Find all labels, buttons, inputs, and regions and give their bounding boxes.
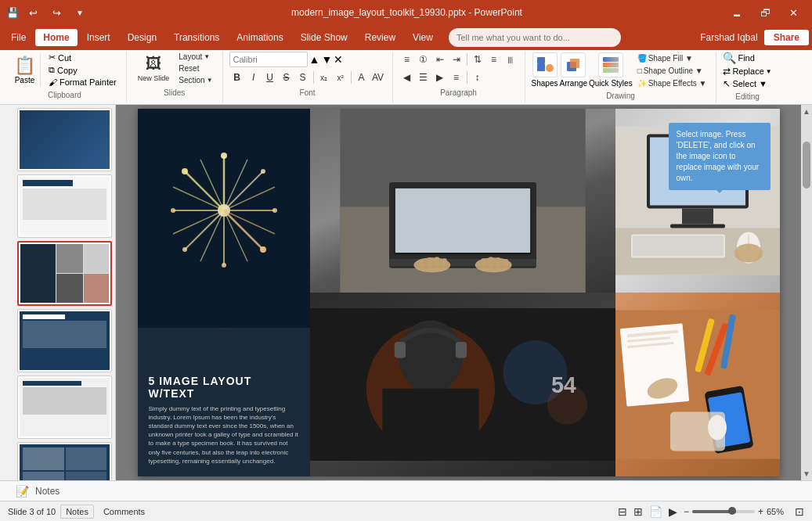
shapes-palette[interactable] — [532, 52, 558, 77]
italic-button[interactable]: I — [246, 70, 262, 85]
shape-outline-button[interactable]: □ Shape Outline ▼ — [634, 66, 710, 76]
menu-animations[interactable]: Animations — [229, 29, 291, 46]
find-label[interactable]: Find — [738, 53, 754, 63]
svg-rect-40 — [420, 259, 424, 268]
restore-button[interactable]: 🗗 — [752, 0, 778, 25]
bullet-list-button[interactable]: ≡ — [399, 52, 415, 67]
img-cell-bot-right[interactable] — [615, 293, 780, 476]
customize-button[interactable]: ▼ — [70, 3, 89, 22]
slide-canvas[interactable]: Select image. Press 'DELETE', and click … — [138, 109, 780, 476]
menu-home[interactable]: Home — [35, 29, 77, 46]
text-align-button[interactable]: ≡ — [486, 52, 502, 67]
scroll-down-button[interactable]: ▼ — [800, 467, 812, 480]
quick-styles-palette[interactable] — [598, 52, 623, 77]
menu-view[interactable]: View — [405, 29, 441, 46]
increase-indent-button[interactable]: ⇥ — [449, 52, 464, 67]
select-label[interactable]: Select ▼ — [732, 79, 767, 88]
number-list-button[interactable]: ① — [416, 52, 431, 67]
comments-button[interactable]: Comments — [99, 505, 150, 518]
shape-outline-label: Shape Outline ▼ — [644, 66, 703, 75]
minimize-button[interactable]: 🗕 — [724, 0, 749, 25]
slide-thumb-2[interactable] — [17, 174, 112, 238]
section-button[interactable]: Section ▼ — [175, 75, 215, 85]
reading-view-icon[interactable]: 📄 — [649, 505, 662, 518]
undo-button[interactable]: ↩ — [23, 3, 42, 22]
strikethrough-button[interactable]: S — [279, 70, 294, 85]
menu-slideshow[interactable]: Slide Show — [293, 29, 355, 46]
zoom-slider[interactable] — [692, 510, 755, 513]
line-spacing-button[interactable]: ↕ — [470, 70, 485, 85]
menu-review[interactable]: Review — [357, 29, 403, 46]
normal-view-icon[interactable]: ⊟ — [618, 505, 627, 518]
slide-thumb-4[interactable] — [17, 309, 112, 372]
clear-format-icon[interactable]: ✕ — [334, 53, 343, 66]
notes-button[interactable]: Notes — [60, 505, 94, 519]
superscript-button[interactable]: x² — [333, 70, 348, 85]
zoom-out-button[interactable]: − — [684, 506, 689, 517]
font-size-dec[interactable]: ▼ — [321, 53, 332, 66]
slide-preview-6 — [20, 444, 110, 480]
save-icon[interactable]: 💾 — [6, 6, 19, 19]
firework-image[interactable] — [138, 109, 310, 365]
img-cell-top-mid[interactable] — [310, 109, 615, 293]
menu-insert[interactable]: Insert — [79, 29, 118, 46]
new-slide-button[interactable]: 🖼 New Slide — [133, 52, 175, 85]
ribbon-clipboard-group: 📋 Paste ✂ Cut ⧉ Copy 🖌 Format Painter — [3, 52, 127, 102]
font-top: ▲ ▼ ✕ B I U S S x₂ x² A AV — [229, 52, 386, 87]
align-center-button[interactable]: ☰ — [416, 70, 431, 85]
replace-caret[interactable]: ▼ — [766, 68, 772, 75]
replace-label[interactable]: Replace — [732, 66, 763, 76]
slide-thumb-1[interactable] — [17, 108, 112, 171]
bold-button[interactable]: B — [229, 70, 245, 85]
underline-button[interactable]: U — [262, 70, 278, 85]
img-cell-left[interactable]: 5 IMAGE LAYOUT W/TEXT Simply dummy text … — [138, 109, 310, 476]
slide-thumb-3[interactable] — [17, 241, 112, 306]
search-input[interactable] — [449, 28, 621, 47]
zoom-in-button[interactable]: + — [758, 506, 763, 517]
scroll-thumb[interactable] — [803, 142, 810, 189]
fit-page-icon[interactable]: ⊡ — [795, 505, 804, 518]
notes-label[interactable]: Notes — [35, 486, 60, 497]
shapes-label[interactable]: Shapes — [532, 79, 558, 88]
redo-button[interactable]: ↪ — [47, 3, 66, 22]
quick-styles-label[interactable]: Quick Styles — [589, 79, 633, 88]
layout-button[interactable]: Layout ▼ — [175, 52, 215, 62]
text-direction-button[interactable]: ⇅ — [470, 52, 485, 67]
shape-fill-button[interactable]: 🪣 Shape Fill ▼ — [634, 53, 710, 63]
align-left-button[interactable]: ◀ — [399, 70, 415, 85]
img-cell-bot-mid[interactable]: 54 — [310, 293, 615, 476]
subscript-button[interactable]: x₂ — [316, 70, 332, 85]
font-color-button[interactable]: A — [354, 70, 370, 85]
slide-sorter-icon[interactable]: ⊞ — [633, 505, 643, 518]
shape-effects-label: Shape Effects ▼ — [648, 79, 707, 88]
cut-button[interactable]: ✂ Cut — [45, 52, 120, 63]
menu-design[interactable]: Design — [120, 29, 164, 46]
decrease-indent-button[interactable]: ⇤ — [432, 52, 448, 67]
menu-transitions[interactable]: Transitions — [166, 29, 227, 46]
format-painter-button[interactable]: 🖌 Format Painter — [45, 77, 120, 88]
shadow-button[interactable]: S — [295, 70, 311, 85]
vertical-scrollbar[interactable]: ▲ ▼ — [801, 105, 812, 480]
justify-button[interactable]: ≡ — [449, 70, 464, 85]
menu-file[interactable]: File — [3, 29, 34, 46]
align-right-button[interactable]: ▶ — [432, 70, 448, 85]
slide-thumb-5[interactable] — [17, 375, 112, 439]
paste-button[interactable]: 📋 Paste — [9, 54, 41, 86]
close-button[interactable]: ✕ — [781, 0, 806, 25]
share-button[interactable]: Share — [764, 30, 809, 45]
slide-thumb-6[interactable] — [17, 442, 112, 480]
columns-button[interactable]: ⫼ — [503, 52, 518, 67]
slide-editor[interactable]: Select image. Press 'DELETE', and click … — [116, 105, 801, 480]
font-name-input[interactable] — [229, 52, 308, 67]
reset-button[interactable]: Reset — [175, 63, 215, 74]
person-svg: 54 — [310, 293, 615, 476]
shape-effects-button[interactable]: ✨ Shape Effects ▼ — [634, 78, 710, 88]
slide-body: Simply dummy text of the printing and ty… — [149, 404, 299, 465]
copy-button[interactable]: ⧉ Copy — [45, 64, 120, 76]
slideshow-icon[interactable]: ▶ — [669, 505, 677, 518]
arrange-label[interactable]: Arrange — [559, 79, 587, 88]
scroll-up-button[interactable]: ▲ — [800, 105, 812, 118]
char-spacing-button[interactable]: AV — [370, 70, 386, 85]
font-size-inc[interactable]: ▲ — [309, 53, 320, 66]
arrange-palette[interactable] — [561, 52, 586, 77]
